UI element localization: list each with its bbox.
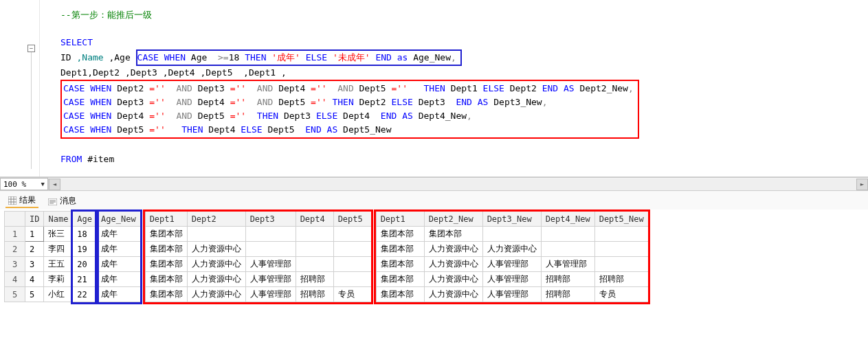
cell[interactable]: 人力资源中心: [187, 287, 245, 302]
cell[interactable]: 成年: [97, 287, 141, 302]
cell[interactable]: 21: [73, 272, 97, 287]
cell[interactable]: [482, 227, 541, 242]
row-header[interactable]: 4: [5, 272, 25, 287]
cell[interactable]: 人事管理部: [245, 257, 296, 272]
table-row[interactable]: 22李四19成年: [5, 242, 141, 257]
cell[interactable]: 集团本部: [376, 242, 424, 257]
cell[interactable]: 集团本部: [145, 242, 187, 257]
col-header[interactable]: Dept1: [376, 212, 424, 227]
cell[interactable]: 3: [25, 257, 44, 272]
table-row[interactable]: 集团本部人力资源中心人事管理部招聘部专员: [376, 287, 648, 302]
cell[interactable]: 成年: [97, 272, 141, 287]
cell[interactable]: 集团本部: [145, 272, 187, 287]
cell[interactable]: [594, 227, 648, 242]
h-scrollbar[interactable]: ◄ ►: [48, 179, 868, 190]
cell[interactable]: 王五: [44, 257, 73, 272]
cell[interactable]: 李莉: [44, 272, 73, 287]
col-header[interactable]: Name: [44, 212, 73, 227]
cell[interactable]: 人力资源中心: [424, 272, 482, 287]
col-header[interactable]: Dept3_New: [482, 212, 541, 227]
row-header[interactable]: 5: [5, 287, 25, 302]
col-header[interactable]: Dept4: [296, 212, 333, 227]
scroll-right-icon[interactable]: ►: [856, 179, 868, 190]
cell[interactable]: [333, 272, 371, 287]
cell[interactable]: [296, 227, 333, 242]
cell[interactable]: 招聘部: [296, 272, 333, 287]
col-header[interactable]: ID: [25, 212, 44, 227]
table-row[interactable]: 集团本部人力资源中心: [145, 242, 371, 257]
fold-toggle-icon[interactable]: −: [27, 45, 35, 52]
table-row[interactable]: 55小红22成年: [5, 287, 141, 302]
cell[interactable]: 人事管理部: [482, 257, 541, 272]
cell[interactable]: 集团本部: [376, 227, 424, 242]
cell[interactable]: 人力资源中心: [187, 257, 245, 272]
col-header[interactable]: Dept4_New: [541, 212, 594, 227]
cell[interactable]: 集团本部: [145, 287, 187, 302]
col-header[interactable]: Dept1: [145, 212, 187, 227]
cell[interactable]: 招聘部: [296, 287, 333, 302]
cell[interactable]: 人力资源中心: [482, 242, 541, 257]
table-row[interactable]: 33王五20成年: [5, 257, 141, 272]
cell[interactable]: [245, 242, 296, 257]
table-row[interactable]: 集团本部人力资源中心人力资源中心: [376, 242, 648, 257]
cell[interactable]: 集团本部: [376, 287, 424, 302]
cell[interactable]: [296, 257, 333, 272]
col-header[interactable]: Age: [73, 212, 97, 227]
cell[interactable]: 人力资源中心: [424, 287, 482, 302]
col-header[interactable]: Dept2_New: [424, 212, 482, 227]
cell[interactable]: 人力资源中心: [187, 272, 245, 287]
cell[interactable]: 李四: [44, 242, 73, 257]
col-header[interactable]: Dept2: [187, 212, 245, 227]
results-grid-1[interactable]: IDNameAgeAge_New11张三18成年22李四19成年33王五20成年…: [4, 211, 141, 302]
cell[interactable]: [541, 242, 594, 257]
table-row[interactable]: 集团本部: [145, 227, 371, 242]
col-header[interactable]: Dept3: [245, 212, 296, 227]
table-row[interactable]: 集团本部人力资源中心人事管理部招聘部专员: [145, 287, 371, 302]
cell[interactable]: 集团本部: [376, 272, 424, 287]
cell[interactable]: 集团本部: [424, 227, 482, 242]
cell[interactable]: [187, 227, 245, 242]
row-header[interactable]: 2: [5, 242, 25, 257]
cell[interactable]: 人事管理部: [245, 272, 296, 287]
table-row[interactable]: 11张三18成年: [5, 227, 141, 242]
cell[interactable]: 集团本部: [376, 257, 424, 272]
zoom-combo[interactable]: 100 % ▼: [0, 178, 48, 190]
cell[interactable]: 招聘部: [541, 272, 594, 287]
cell[interactable]: [594, 242, 648, 257]
cell[interactable]: [541, 227, 594, 242]
col-header[interactable]: Age_New: [97, 212, 141, 227]
table-row[interactable]: 集团本部人力资源中心人事管理部: [145, 257, 371, 272]
row-header[interactable]: 3: [5, 257, 25, 272]
table-row[interactable]: 集团本部人力资源中心人事管理部人事管理部: [376, 257, 648, 272]
results-grid-2[interactable]: Dept1Dept2Dept3Dept4Dept5集团本部集团本部人力资源中心集…: [145, 211, 372, 302]
cell[interactable]: 19: [73, 242, 97, 257]
table-row[interactable]: 集团本部人力资源中心人事管理部招聘部: [145, 272, 371, 287]
results-grid-3[interactable]: Dept1Dept2_NewDept3_NewDept4_NewDept5_Ne…: [376, 211, 649, 302]
cell[interactable]: 18: [73, 227, 97, 242]
cell[interactable]: [333, 257, 371, 272]
cell[interactable]: 人力资源中心: [187, 242, 245, 257]
tab-results[interactable]: 结果: [5, 194, 38, 208]
cell[interactable]: 张三: [44, 227, 73, 242]
scroll-left-icon[interactable]: ◄: [49, 179, 60, 190]
cell[interactable]: [333, 227, 371, 242]
cell[interactable]: 招聘部: [594, 272, 648, 287]
col-header[interactable]: Dept5: [333, 212, 371, 227]
tab-messages[interactable]: 消息: [45, 194, 79, 207]
code-area[interactable]: --第一步：能推后一级 SELECT ID ,Name ,Age CASE WH…: [40, 0, 868, 177]
cell[interactable]: 人事管理部: [541, 257, 594, 272]
cell[interactable]: 人力资源中心: [424, 242, 482, 257]
cell[interactable]: 招聘部: [541, 287, 594, 302]
cell[interactable]: 小红: [44, 287, 73, 302]
cell[interactable]: 22: [73, 287, 97, 302]
cell[interactable]: 专员: [333, 287, 371, 302]
cell[interactable]: 5: [25, 287, 44, 302]
cell[interactable]: [333, 242, 371, 257]
cell[interactable]: [245, 227, 296, 242]
row-header[interactable]: 1: [5, 227, 25, 242]
cell[interactable]: 4: [25, 272, 44, 287]
cell[interactable]: 2: [25, 242, 44, 257]
cell[interactable]: 集团本部: [145, 227, 187, 242]
cell[interactable]: 成年: [97, 257, 141, 272]
table-row[interactable]: 集团本部集团本部: [376, 227, 648, 242]
